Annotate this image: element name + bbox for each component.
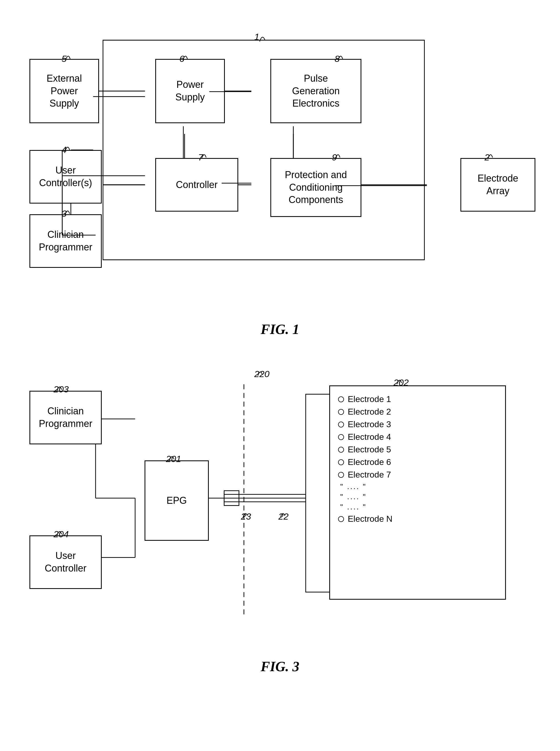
electrode-5: Electrode 5: [338, 445, 497, 455]
fig3-label: FIG. 3: [21, 659, 539, 674]
pulse-gen-box: Pulse Generation Electronics: [271, 59, 361, 123]
fig3-diagram: Clinician Programmer 203 EPG 201 User Co…: [21, 353, 539, 648]
electrode-n: Electrode N: [338, 514, 497, 524]
electrode-array-box-fig1: Electrode Array: [460, 158, 535, 212]
power-supply-box: Power Supply: [155, 59, 225, 123]
clinician-programmer-box-fig1: Clinician Programmer: [29, 214, 102, 268]
ellipsis-row-2: " .... ": [338, 493, 497, 501]
electrode-6: Electrode 6: [338, 457, 497, 467]
fig1-diagram: 1 External Power Supply 5 Power Supply 6…: [21, 16, 539, 311]
electrode-3: Electrode 3: [338, 419, 497, 429]
electrode-7: Electrode 7: [338, 470, 497, 480]
external-power-supply-box: External Power Supply: [29, 59, 99, 123]
controller-box: Controller: [155, 158, 238, 212]
protection-box: Protection and Conditioning Components: [271, 158, 361, 217]
electrode-2: Electrode 2: [338, 407, 497, 417]
electrode-array-fig3: Electrode 1 Electrode 2 Electrode 3 Elec…: [329, 385, 506, 600]
electrode-1: Electrode 1: [338, 394, 497, 404]
ellipsis-row-1: " .... ": [338, 482, 497, 491]
svg-rect-30: [224, 491, 239, 505]
user-controller-box-fig3: User Controller: [29, 535, 102, 589]
svg-rect-0: [103, 40, 424, 260]
epg-box: EPG: [144, 460, 209, 541]
user-controller-box: User Controller(s): [29, 150, 102, 204]
electrode-4: Electrode 4: [338, 432, 497, 442]
fig1-label: FIG. 1: [21, 322, 539, 337]
clinician-programmer-box-fig3: Clinician Programmer: [29, 391, 102, 444]
ellipsis-row-3: " .... ": [338, 503, 497, 511]
